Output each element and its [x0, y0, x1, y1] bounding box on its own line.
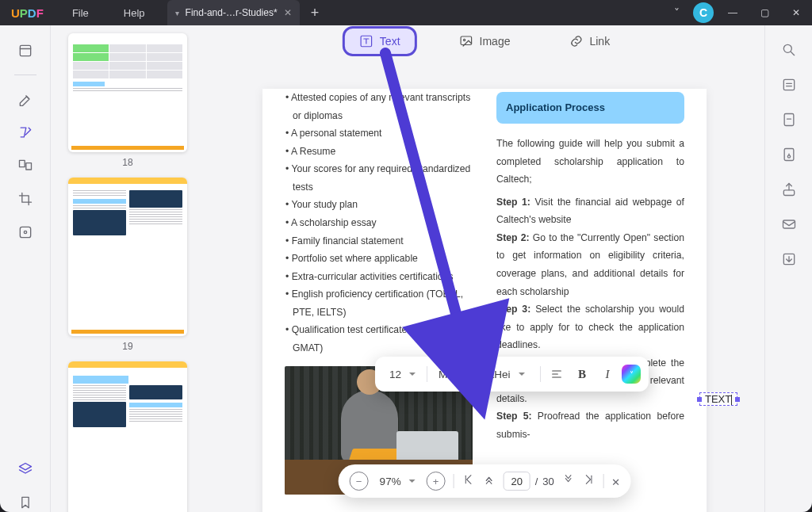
document-page[interactable]: Attested copies of any relevant transcri…	[262, 89, 707, 512]
right-sidebar	[764, 25, 812, 512]
window-maximize[interactable]: ▢	[749, 7, 780, 18]
svg-rect-14	[783, 190, 794, 196]
layers-icon[interactable]	[16, 460, 35, 479]
tab-title: Find-and-…r-Studies*	[186, 7, 278, 18]
mode-text[interactable]: Text	[345, 29, 415, 54]
document-tab[interactable]: ▾ Find-and-…r-Studies* ✕	[167, 0, 300, 25]
canvas: Text Image Link Attested copies of any r…	[205, 25, 764, 512]
text-icon	[359, 34, 373, 48]
save-other-icon[interactable]	[780, 250, 798, 268]
new-tab-button[interactable]: +	[300, 5, 331, 21]
close-tab-icon[interactable]: ✕	[284, 7, 292, 18]
zoom-percent[interactable]: 97%	[377, 476, 419, 487]
email-icon[interactable]	[780, 216, 798, 233]
svg-rect-3	[20, 227, 30, 237]
search-icon[interactable]	[780, 41, 798, 59]
bookmark-icon[interactable]	[16, 493, 35, 512]
svg-rect-10	[783, 79, 794, 90]
share-icon[interactable]	[780, 181, 798, 198]
font-size-selector[interactable]: 12	[383, 369, 422, 380]
reader-mode-icon[interactable]	[16, 41, 35, 60]
avatar[interactable]: C	[693, 2, 714, 23]
page-number-19: 19	[62, 341, 193, 352]
svg-point-4	[24, 231, 26, 233]
last-page-button[interactable]	[583, 473, 596, 489]
color-picker-button[interactable]: ˅	[622, 365, 641, 384]
page-left-column: Attested copies of any relevant transcri…	[285, 89, 473, 495]
window-minimize[interactable]: —	[717, 7, 749, 18]
zoom-in-button[interactable]: +	[427, 472, 446, 491]
align-left-button[interactable]	[546, 363, 568, 385]
text-format-toolbar: 12 MicrosoftYaHei B I ˅	[375, 357, 649, 392]
link-icon	[569, 34, 583, 48]
pin-icon: ▾	[175, 9, 179, 17]
title-bar: UPDF File Help ▾ Find-and-…r-Studies* ✕ …	[0, 0, 812, 25]
bold-button[interactable]: B	[571, 363, 593, 385]
edit-text-icon[interactable]	[16, 123, 35, 142]
close-zoombar-button[interactable]: ✕	[612, 474, 620, 489]
svg-rect-11	[784, 114, 794, 126]
thumbnail-20[interactable]: 20	[62, 361, 193, 512]
thumbnail-18[interactable]: 18	[62, 33, 193, 168]
redact-icon[interactable]	[780, 111, 798, 128]
svg-rect-0	[20, 45, 30, 55]
first-page-button[interactable]	[462, 473, 475, 489]
window-close[interactable]: ✕	[780, 7, 812, 18]
zoom-toolbar: − 97% + /30 ✕	[339, 464, 631, 498]
thumbnail-19[interactable]: 19	[62, 178, 193, 352]
mode-image[interactable]: Image	[445, 29, 525, 54]
prev-page-button[interactable]	[483, 473, 496, 489]
crop-icon[interactable]	[16, 189, 35, 208]
page-right-column: Application Process The following guide …	[496, 89, 684, 495]
protect-icon[interactable]	[780, 146, 798, 163]
new-text-box[interactable]: TEXT	[699, 392, 737, 406]
ocr-icon[interactable]	[780, 76, 798, 94]
font-family-selector[interactable]: MicrosoftYaHei	[432, 369, 535, 380]
menu-help[interactable]: Help	[106, 7, 163, 19]
svg-rect-2	[25, 163, 31, 170]
app-logo: UPDF	[0, 6, 55, 20]
zoom-out-button[interactable]: −	[350, 472, 369, 491]
mode-link[interactable]: Link	[554, 29, 624, 54]
page-input[interactable]	[504, 472, 530, 491]
italic-button[interactable]: I	[596, 363, 619, 385]
menu-file[interactable]: File	[55, 7, 106, 19]
svg-point-7	[463, 39, 465, 40]
svg-point-9	[783, 44, 791, 52]
chevron-down-icon[interactable]: ˅	[666, 2, 687, 23]
page-indicator: /30	[504, 472, 554, 491]
edit-mode-tabs: Text Image Link	[345, 29, 624, 54]
application-process-heading: Application Process	[496, 92, 684, 124]
organize-pages-icon[interactable]	[16, 156, 35, 175]
next-page-button[interactable]	[562, 473, 575, 489]
svg-rect-1	[19, 160, 25, 166]
page-number-18: 18	[62, 157, 193, 168]
tools-icon[interactable]	[16, 223, 35, 242]
thumbnail-panel[interactable]: 18 19 20	[51, 25, 205, 512]
image-icon	[459, 34, 473, 48]
annotate-icon[interactable]	[16, 90, 35, 109]
left-sidebar	[0, 25, 51, 512]
work-area: 18 19 20 Text Image Link	[0, 25, 812, 512]
svg-rect-15	[783, 220, 795, 228]
